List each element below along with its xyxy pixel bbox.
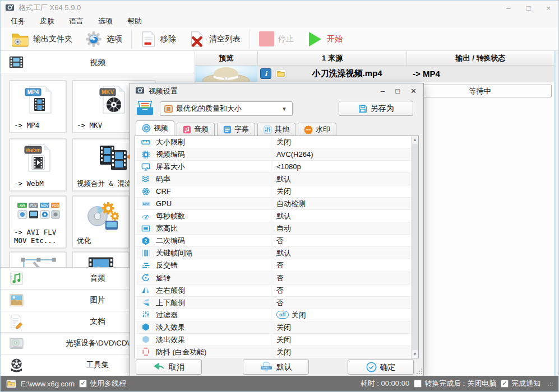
setting-value[interactable]: 默认 (276, 210, 291, 222)
maximize-button[interactable]: □ (526, 4, 531, 12)
tile-avi-flv-mov[interactable]: AVIFLVMOVVOB -> AVI FLV MOV Etc... (9, 195, 67, 249)
menu-item-4[interactable]: 帮助 (127, 16, 142, 26)
tab-video[interactable]: 视频 (136, 120, 174, 136)
off-badge: off (276, 311, 289, 319)
two-pass-icon: 2 (141, 236, 150, 245)
multithread-checkbox[interactable] (79, 380, 87, 388)
dialog-maximize-button[interactable]: □ (395, 87, 400, 95)
start-button[interactable]: 开始 (300, 28, 349, 50)
webm-file-icon: Webm (10, 142, 66, 174)
setting-value[interactable]: 否 (276, 284, 284, 296)
keyframe-icon (141, 249, 150, 258)
tile-webm[interactable]: Webm -> WebM (9, 138, 67, 192)
setting-row[interactable]: 防抖 (白金功能) 关闭 (135, 346, 411, 358)
dialog-resize-grip[interactable] (415, 368, 422, 375)
setting-value[interactable]: 关闭 (276, 334, 291, 346)
menu-item-0[interactable]: 任务 (11, 16, 25, 26)
scroll-thumb[interactable] (412, 144, 418, 350)
scroll-down-icon[interactable]: ▼ (412, 351, 418, 358)
setting-row[interactable]: 上下颠倒 否 (135, 297, 411, 309)
output-path[interactable]: E:\www.x6g.com (21, 380, 75, 388)
output-folder-button[interactable]: 输出文件夹 (5, 28, 78, 50)
multithread-checkbox-group[interactable]: 使用多线程 (79, 379, 126, 389)
setting-row[interactable]: 淡入效果 关闭 (135, 321, 411, 334)
tab-subtitle[interactable]: 字幕 (217, 123, 255, 136)
setting-value[interactable]: 默认 (276, 247, 291, 259)
setting-row[interactable]: 屏幕大小 <1080p (135, 161, 411, 173)
svg-text:MP4: MP4 (27, 89, 39, 95)
setting-row[interactable]: 过滤器 off关闭 (135, 309, 411, 321)
setting-value[interactable]: <1080p (276, 161, 301, 172)
setting-row[interactable]: 旋转 否 (135, 272, 411, 284)
setting-row[interactable]: 关键帧间隔 默认 (135, 247, 411, 259)
setting-value[interactable]: 否 (276, 235, 284, 246)
scrollbar[interactable]: ▲ ▼ (411, 136, 418, 358)
source-filename: 小刀洗澡视频.mp4 (287, 68, 407, 79)
setting-value[interactable]: 关闭 (276, 185, 291, 197)
setting-row[interactable]: 2 二次编码 否 (135, 235, 411, 247)
minimize-button[interactable]: – (506, 4, 510, 12)
setting-row[interactable]: 大小限制 关闭 (135, 136, 411, 148)
tile-optimize[interactable]: 优化 (72, 195, 130, 249)
sidebar-header-video[interactable]: 视频 (1, 51, 195, 73)
setting-row[interactable]: 视频编码 AVC(H264) (135, 148, 411, 161)
setting-value[interactable]: 否 (276, 259, 284, 271)
setting-value[interactable]: 否 (276, 272, 284, 284)
tab-watermark[interactable]: NEW水印 (298, 123, 336, 136)
save-as-button[interactable]: 另存为 (339, 101, 413, 116)
setting-value[interactable]: 自动 (276, 222, 291, 234)
setting-row[interactable]: 淡出效果 关闭 (135, 334, 411, 346)
open-folder-icon[interactable] (271, 68, 287, 79)
notify-checkbox-group[interactable]: 完成通知 (501, 379, 540, 389)
remove-button[interactable]: 移除 (135, 28, 182, 50)
setting-value[interactable]: off关闭 (276, 309, 306, 321)
setting-value[interactable]: 关闭 (276, 321, 291, 333)
tile-crop[interactable] (9, 251, 67, 267)
window-resize-grip[interactable] (547, 381, 553, 386)
menu-item-1[interactable]: 皮肤 (40, 16, 54, 26)
setting-row[interactable]: 反交错 否 (135, 259, 411, 272)
setting-row[interactable]: 每秒帧数 默认 (135, 210, 411, 222)
shutdown-checkbox[interactable] (414, 380, 422, 388)
tile-mp4[interactable]: MP4 -> MP4 (9, 80, 67, 133)
setting-value[interactable]: 自动检测 (276, 198, 306, 209)
tile-screen[interactable] (72, 251, 130, 267)
setting-row[interactable]: GPU GPU 自动检测 (135, 198, 411, 210)
ok-button[interactable]: 确定 (348, 360, 414, 375)
setting-row[interactable]: CRF 关闭 (135, 185, 411, 198)
tab-other[interactable]: 其他 (257, 123, 295, 136)
setting-label: 上下颠倒 (156, 297, 185, 309)
menu-item-3[interactable]: 选项 (98, 16, 113, 26)
setting-value[interactable]: 关闭 (276, 136, 291, 148)
close-button[interactable]: × (546, 4, 551, 12)
setting-value[interactable]: 关闭 (276, 346, 291, 358)
folder-output-icon (11, 31, 29, 47)
dialog-minimize-button[interactable]: – (381, 87, 385, 95)
setting-label: 过滤器 (156, 309, 178, 321)
clear-list-button[interactable]: 清空列表 (182, 28, 247, 50)
scroll-up-icon[interactable]: ▲ (412, 136, 418, 143)
tab-audio[interactable]: 音频 (177, 123, 215, 136)
setting-row[interactable]: 宽高比 自动 (135, 222, 411, 235)
menu-item-2[interactable]: 语言 (69, 16, 84, 26)
options-button[interactable]: 选项 (78, 28, 128, 50)
cancel-button[interactable]: 取消 (136, 360, 202, 375)
output-path-folder-icon[interactable] (6, 380, 16, 388)
setting-row[interactable]: 码率 默认 (135, 173, 411, 185)
shutdown-checkbox-group[interactable]: 转换完成后 : 关闭电脑 (414, 379, 496, 389)
preset-dropdown[interactable]: 最优化的质量和大小 ▼ (160, 101, 293, 116)
setting-row[interactable]: 左右颠倒 否 (135, 284, 411, 297)
default-stamp-icon: DEFAULT (260, 362, 273, 373)
info-icon[interactable]: i (260, 68, 271, 79)
stop-button[interactable]: 停止 (253, 28, 300, 50)
setting-value[interactable]: AVC(H264) (276, 148, 313, 160)
queue-row[interactable]: i 小刀洗澡视频.mp4 -> MP4 (195, 66, 554, 82)
dialog-close-button[interactable]: ✕ (410, 87, 417, 95)
setting-value[interactable]: 否 (276, 297, 284, 309)
default-button[interactable]: DEFAULT 默认 (243, 360, 309, 375)
flip-v-icon (141, 298, 150, 307)
notify-checkbox[interactable] (501, 380, 509, 388)
fade-in-icon (141, 323, 150, 332)
setting-value[interactable]: 默认 (276, 173, 291, 185)
setting-label: 视频编码 (156, 148, 185, 160)
